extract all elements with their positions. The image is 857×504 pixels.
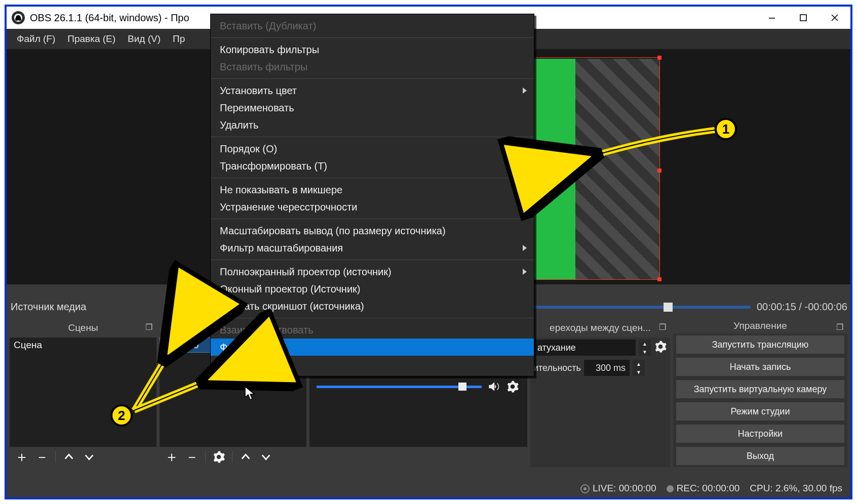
menu-edit[interactable]: Правка (E) [61,33,122,45]
ctx-interact: Взаимодействовать [211,321,534,339]
popout-icon[interactable]: ❐ [659,322,666,332]
status-cpu: CPU: 2.6%, 30.00 fps [750,483,842,494]
ctx-deinterlace[interactable]: Устранение чересстрочности [211,198,534,216]
menu-file[interactable]: Файл (F) [11,33,61,45]
menu-truncated[interactable]: Пр [167,33,191,45]
mixer-settings-button[interactable] [505,379,520,394]
ctx-order[interactable]: Порядок (О) [211,140,534,157]
controls-panel: Управление❐ Запустить трансляцию Начать … [673,318,847,467]
start-record-button[interactable]: Начать запись [676,358,844,376]
settings-button[interactable]: Настройки [676,425,844,443]
remove-scene-button[interactable]: － [33,448,51,466]
ctx-scale-output[interactable]: Масштабировать вывод (по размеру источни… [211,222,534,239]
transition-select[interactable]: атухание [533,340,636,356]
ctx-fullscreen-projector[interactable]: Полноэкранный проектор (источник) [211,263,534,280]
media-source-label: Источник медиа [11,301,86,313]
add-scene-button[interactable]: ＋ [13,448,31,466]
ctx-scale-filter[interactable]: Фильтр масштабирования [211,239,534,257]
ctx-paste-duplicate: Вставить (Дубликат) [211,17,534,34]
menu-view[interactable]: Вид (V) [122,33,167,45]
scenes-header-label: Сцены [68,322,98,333]
popout-icon[interactable]: ❐ [836,322,843,332]
scene-up-button[interactable] [60,448,78,466]
annotation-marker-1: 1 [715,118,737,140]
ctx-filters[interactable]: Фильтры [211,339,534,356]
exit-button[interactable]: Выход [676,447,844,465]
virtual-camera-button[interactable]: Запустить виртуальную камеру [676,380,844,398]
annotation-arrow-1 [586,127,718,170]
duration-value[interactable]: 300 ms [584,360,630,376]
svg-rect-0 [769,18,775,19]
mouse-cursor-icon [245,386,256,402]
transition-settings-button[interactable] [654,340,667,355]
annotation-arrow-2a [130,349,216,416]
maximize-button[interactable] [788,7,819,29]
media-time-text: 00:00:15 / -00:00:06 [757,301,850,313]
resize-handle[interactable] [657,56,661,60]
svg-rect-1 [800,15,806,21]
close-button[interactable] [819,7,850,29]
ctx-transform[interactable]: Трансформировать (T) [211,157,534,175]
transition-spinner[interactable]: ▲▼ [639,340,651,356]
statusbar: LIVE: 00:00:00 REC: 00:00:00 CPU: 2.6%, … [7,479,850,497]
ctx-copy-filters[interactable]: Копировать фильтры [211,41,534,58]
obs-logo-icon [12,11,25,24]
window-title: OBS 26.1.1 (64-bit, windows) - Про [30,12,189,24]
ctx-hide-mixer[interactable]: Не показывать в микшере [211,181,534,198]
ctx-window-projector[interactable]: Оконный проектор (Источник) [211,280,534,298]
ctx-rename[interactable]: Переименовать [211,99,534,116]
popout-icon[interactable]: ❐ [145,322,152,332]
duration-spinner[interactable]: ▲▼ [633,360,645,376]
source-up-button[interactable] [237,448,255,466]
controls-header-label: Управление [733,320,787,331]
status-live: LIVE: 00:00:00 [580,483,656,494]
source-down-button[interactable] [257,448,275,466]
remove-source-button[interactable]: － [183,448,201,466]
annotation-marker-2: 2 [110,404,133,427]
ctx-paste-filters: Вставить фильтры [211,58,534,75]
add-source-button[interactable]: ＋ [163,448,181,466]
ctx-properties[interactable]: Свойства [211,356,534,373]
transitions-header-label: ереходы между сцен... [550,322,651,333]
volume-slider[interactable] [317,386,482,388]
minimize-button[interactable] [756,7,788,29]
mute-button[interactable] [486,379,501,394]
panel-header-transitions: ереходы между сцен...❐ [530,318,670,338]
panel-header-controls: Управление❐ [673,318,847,333]
scene-down-button[interactable] [80,448,98,466]
studio-mode-button[interactable]: Режим студии [676,402,844,421]
context-menu: Вставить (Дубликат) Копировать фильтры В… [210,14,534,376]
ctx-delete[interactable]: Удалить [211,116,534,134]
app-window: OBS 26.1.1 (64-bit, windows) - Про Файл … [5,5,852,499]
duration-label: ительность [533,363,581,373]
status-rec: REC: 00:00:00 [667,483,740,494]
panel-header-scenes: Сцены❐ [10,318,157,338]
resize-handle[interactable] [657,277,661,281]
source-settings-button[interactable] [210,448,228,466]
start-stream-button[interactable]: Запустить трансляцию [676,335,844,354]
ctx-set-color[interactable]: Установить цвет [211,82,534,99]
transitions-panel: ереходы между сцен...❐ атухание ▲▼ итель… [530,318,670,467]
ctx-screenshot[interactable]: Сделать скриншот (источника) [211,298,534,315]
